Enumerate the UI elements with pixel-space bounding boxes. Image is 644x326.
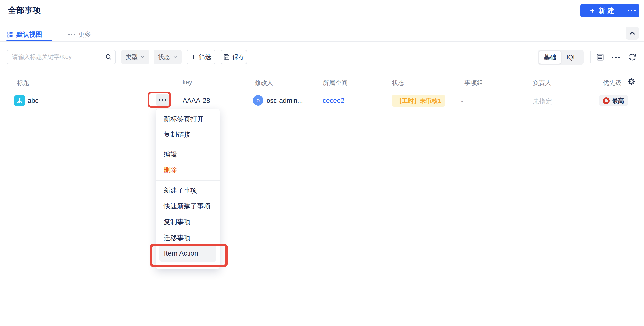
column-settings-button[interactable]: [627, 77, 636, 87]
column-header-status: 状态: [392, 79, 404, 87]
ellipsis-icon: [158, 99, 166, 100]
column-header-assignee: 负责人: [533, 79, 551, 87]
query-mode-toggle: 基础 IQL: [538, 50, 584, 65]
column-header-group: 事项组: [464, 79, 483, 87]
modifier-avatar: o: [253, 95, 263, 106]
ellipsis-icon: [612, 57, 620, 58]
new-item-button[interactable]: 新 建: [580, 4, 639, 17]
app-root: 全部事项 新 建 默认视图 更多 类型: [0, 0, 644, 326]
mode-basic-tab[interactable]: 基础: [539, 51, 561, 64]
ellipsis-icon: [68, 34, 75, 35]
column-header-title: 标题: [17, 79, 29, 87]
save-icon: [224, 54, 230, 60]
save-view-button[interactable]: 保存: [221, 50, 247, 64]
search-box: [7, 50, 116, 64]
gear-icon: [627, 77, 636, 86]
column-header-priority: 优先级: [603, 79, 622, 87]
menu-item-copy-item[interactable]: 复制事项: [156, 215, 220, 229]
view-icon: [6, 31, 13, 38]
refresh-icon: [628, 53, 636, 62]
table-header-border: [0, 90, 644, 90]
tab-more-label: 更多: [78, 30, 91, 39]
tabs-divider: [0, 41, 644, 42]
add-filter-button[interactable]: 筛选: [186, 50, 216, 64]
new-item-more-button[interactable]: [624, 4, 639, 17]
plus-icon: [191, 54, 197, 60]
type-filter-label: 类型: [126, 53, 138, 61]
page-title: 全部事项: [8, 5, 41, 16]
add-filter-label: 筛选: [199, 53, 212, 61]
refresh-button[interactable]: [628, 53, 636, 62]
row-priority-badge[interactable]: 最高: [599, 95, 628, 106]
more-tools-button[interactable]: [611, 54, 621, 62]
search-icon[interactable]: [105, 54, 112, 62]
menu-item-copy-link[interactable]: 复制链接: [156, 127, 220, 142]
list-detail-icon: [596, 53, 604, 62]
menu-item-open-new-tab[interactable]: 新标签页打开: [156, 112, 220, 126]
menu-item-quick-new-subitem[interactable]: 快速新建子事项: [156, 199, 220, 213]
row-context-menu: 新标签页打开 复制链接 编辑 删除 新建子事项 快速新建子事项 复制事项 迁移事…: [156, 108, 220, 269]
row-space-link[interactable]: cecee2: [323, 97, 344, 104]
status-filter-dropdown[interactable]: 状态: [154, 50, 182, 64]
toolbar-divider: [590, 51, 591, 64]
tab-default-view-label: 默认视图: [16, 30, 42, 39]
row-status-badge[interactable]: 【工时】未审核1: [392, 95, 445, 106]
priority-highest-icon: [603, 97, 610, 104]
priority-label: 最高: [612, 96, 624, 105]
mode-iql-tab[interactable]: IQL: [561, 51, 582, 64]
row-item-group: -: [461, 97, 464, 105]
row-key: AAAA-28: [182, 97, 210, 104]
row-modifier: osc-admin...: [266, 97, 303, 104]
menu-divider: [156, 180, 220, 180]
ellipsis-icon: [628, 10, 636, 12]
row-assignee: 未指定: [533, 97, 552, 106]
column-header-modifier: 修改人: [255, 79, 273, 87]
new-item-main[interactable]: 新 建: [580, 4, 624, 17]
detail-view-button[interactable]: [596, 53, 604, 62]
column-header-key: key: [182, 79, 192, 86]
search-input[interactable]: [7, 50, 116, 64]
status-filter-label: 状态: [158, 53, 170, 61]
type-filter-dropdown[interactable]: 类型: [121, 50, 149, 64]
chevron-up-icon: [629, 30, 636, 37]
menu-item-item-action[interactable]: Item Action: [159, 245, 216, 262]
save-view-label: 保存: [232, 53, 245, 61]
collapse-toolbar-button[interactable]: [626, 26, 639, 40]
menu-item-new-subitem[interactable]: 新建子事项: [156, 183, 220, 198]
menu-divider: [156, 144, 220, 144]
chevron-down-icon: [140, 55, 145, 59]
menu-item-delete[interactable]: 删除: [156, 163, 220, 177]
tab-more[interactable]: 更多: [68, 29, 91, 40]
item-type-icon: [14, 95, 25, 106]
column-divider: [178, 74, 178, 111]
menu-item-edit[interactable]: 编辑: [156, 147, 220, 162]
new-item-label: 新 建: [598, 6, 614, 15]
column-header-space: 所属空间: [323, 79, 348, 87]
plus-icon: [590, 8, 596, 14]
row-title-link[interactable]: abc: [28, 97, 39, 104]
chevron-down-icon: [173, 55, 177, 59]
menu-item-migrate-item[interactable]: 迁移事项: [156, 231, 220, 245]
row-actions-button[interactable]: [156, 94, 169, 106]
tab-default-view[interactable]: 默认视图: [6, 29, 42, 40]
row-border: [0, 111, 644, 111]
